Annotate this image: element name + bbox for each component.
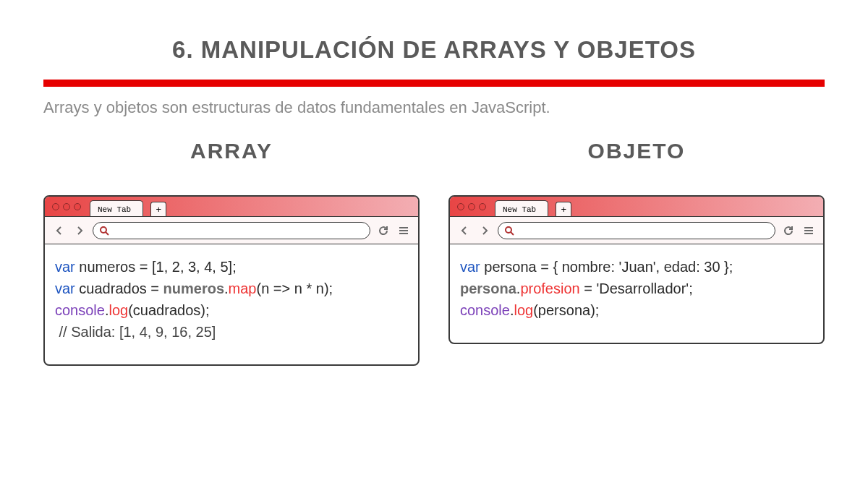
- code-token: profesion: [520, 281, 579, 296]
- titlebar: New Tab +: [450, 197, 823, 217]
- code-token: numeros = [1, 2, 3, 4, 5];: [75, 259, 237, 275]
- code-comment: // Salida: [1, 4, 9, 16, 25]: [55, 324, 216, 340]
- reload-icon[interactable]: [376, 223, 391, 238]
- new-tab-button[interactable]: +: [556, 202, 571, 216]
- search-icon: [504, 226, 514, 236]
- code-token: (n => n * n);: [256, 281, 333, 296]
- code-block-array: var numeros = [1, 2, 3, 4, 5]; var cuadr…: [45, 244, 418, 364]
- close-dot-icon[interactable]: [52, 203, 59, 210]
- toolbar: [450, 217, 823, 244]
- heading-array: ARRAY: [43, 139, 420, 163]
- back-icon[interactable]: [457, 223, 472, 238]
- heading-objeto: OBJETO: [448, 139, 825, 163]
- code-token: console: [460, 302, 510, 318]
- code-token: = 'Desarrollador';: [580, 281, 693, 296]
- close-dot-icon[interactable]: [457, 203, 464, 210]
- browser-tab[interactable]: New Tab: [90, 200, 143, 216]
- code-token: console: [55, 302, 105, 318]
- forward-icon[interactable]: [72, 223, 87, 238]
- code-token: numeros: [163, 281, 224, 296]
- toolbar: [45, 217, 418, 244]
- code-token: (persona);: [533, 302, 599, 318]
- reload-icon[interactable]: [781, 223, 796, 238]
- forward-icon[interactable]: [477, 223, 492, 238]
- code-token: persona: [460, 281, 516, 296]
- code-token: map: [229, 281, 257, 296]
- menu-icon[interactable]: [801, 223, 816, 238]
- minimize-dot-icon[interactable]: [468, 203, 475, 210]
- column-array: ARRAY New Tab +: [43, 139, 420, 366]
- code-token: (cuadrados);: [128, 302, 209, 318]
- window-dots: [52, 203, 81, 210]
- url-bar[interactable]: [498, 222, 775, 239]
- browser-window-array: New Tab + var numero: [43, 195, 420, 366]
- browser-window-objeto: New Tab + var person: [448, 195, 825, 344]
- minimize-dot-icon[interactable]: [63, 203, 70, 210]
- code-token: var: [55, 259, 75, 275]
- maximize-dot-icon[interactable]: [74, 203, 81, 210]
- back-icon[interactable]: [52, 223, 67, 238]
- slide-title: 6. MANIPULACIÓN DE ARRAYS Y OBJETOS: [43, 36, 825, 64]
- code-token: log: [109, 302, 129, 318]
- window-dots: [457, 203, 486, 210]
- column-objeto: OBJETO New Tab +: [448, 139, 825, 366]
- divider-bar: [43, 80, 825, 87]
- code-token: var: [460, 259, 480, 275]
- svg-point-0: [101, 227, 106, 233]
- maximize-dot-icon[interactable]: [479, 203, 486, 210]
- url-bar[interactable]: [93, 222, 370, 239]
- search-icon: [99, 226, 109, 236]
- code-token: cuadrados =: [75, 281, 163, 296]
- slide-subtitle: Arrays y objetos son estructuras de dato…: [43, 98, 825, 117]
- code-token: log: [514, 302, 534, 318]
- columns: ARRAY New Tab +: [43, 139, 825, 366]
- code-token: persona = { nombre: 'Juan', edad: 30 };: [480, 259, 733, 275]
- menu-icon[interactable]: [396, 223, 411, 238]
- browser-tab[interactable]: New Tab: [495, 200, 548, 216]
- titlebar: New Tab +: [45, 197, 418, 217]
- code-token: var: [55, 281, 75, 296]
- new-tab-button[interactable]: +: [150, 202, 166, 216]
- code-block-objeto: var persona = { nombre: 'Juan', edad: 30…: [450, 244, 823, 343]
- svg-point-1: [506, 227, 511, 233]
